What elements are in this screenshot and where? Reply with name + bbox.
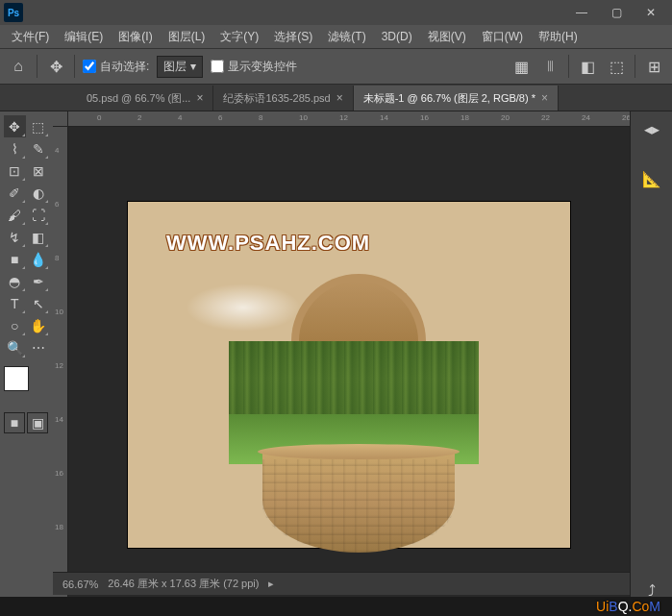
canvas-text-layer[interactable]: WWW.PSAHZ.COM (166, 231, 370, 256)
show-transform-checkbox[interactable]: 显示变换控件 (211, 59, 297, 75)
ruler-mark: 22 (541, 113, 550, 122)
tab-doc-0[interactable]: 05.psd @ 66.7% (图... × (77, 86, 213, 111)
tab-doc-1[interactable]: 纪委标语1635-285.psd × (213, 86, 353, 111)
crop-tool[interactable]: ⊡ (4, 160, 26, 182)
foreground-color-swatch[interactable] (4, 366, 29, 391)
separator (37, 55, 37, 78)
canvas-viewport[interactable]: WWW.PSAHZ.COM (68, 127, 630, 603)
edit-toolbar[interactable]: ⋯ (28, 336, 50, 358)
pen-tool[interactable]: ✒ (28, 270, 50, 292)
menu-help[interactable]: 帮助(H) (531, 27, 585, 47)
color-swatches[interactable] (4, 366, 42, 405)
basket-layer[interactable] (248, 274, 469, 543)
menu-window[interactable]: 窗口(W) (474, 27, 531, 47)
3d-icon[interactable]: ⬚ (606, 56, 627, 77)
status-bar: 66.67% 26.46 厘米 x 17.63 厘米 (72 ppi) ▸ (53, 572, 630, 595)
vertical-ruler[interactable]: 4681012141618 (53, 127, 68, 603)
panel-expand-icon[interactable]: ◂▸ (640, 117, 663, 140)
dodge-tool[interactable]: ◓ (4, 270, 26, 292)
auto-select-target-dropdown[interactable]: 图层 ▾ (157, 56, 203, 78)
ruler-mark: 6 (55, 200, 59, 209)
document-canvas[interactable]: WWW.PSAHZ.COM (128, 202, 570, 548)
menu-layer[interactable]: 图层(L) (161, 27, 213, 47)
standard-mode[interactable]: ■ (4, 412, 25, 433)
arrange-icon[interactable]: ⊞ (643, 56, 664, 77)
app-icon: Ps (4, 3, 23, 22)
horizontal-ruler[interactable]: 02468101214161820222426 (68, 111, 630, 127)
auto-select-input[interactable] (83, 60, 96, 73)
workspace: ✥ ⬚ ⌇ ✎ ⊡ ⊠ ✐ ◐ 🖌 ⛶ ↯ ◧ ■ 💧 ◓ ✒ (0, 111, 672, 603)
shape-tool[interactable]: ○ (4, 314, 26, 336)
3d-mode-icon[interactable]: ◧ (577, 56, 598, 77)
basket-body (262, 452, 455, 553)
eraser-tool[interactable]: ◧ (28, 226, 50, 248)
menu-edit[interactable]: 编辑(E) (57, 27, 111, 47)
ruler-mark: 18 (460, 113, 469, 122)
auto-select-label: 自动选择: (100, 59, 149, 75)
zoom-tool[interactable]: 🔍 (4, 336, 26, 358)
separator (635, 55, 635, 78)
ruler-mark: 6 (218, 113, 222, 122)
healing-tool[interactable]: ◐ (28, 182, 50, 204)
ruler-mark: 2 (137, 113, 141, 122)
home-icon[interactable]: ⌂ (8, 56, 29, 77)
marquee-tool[interactable]: ⬚ (28, 115, 50, 137)
align-icon[interactable]: ▦ (510, 56, 532, 77)
ruler-mark: 12 (339, 113, 348, 122)
separator (74, 55, 75, 78)
options-bar: ⌂ ✥ 自动选择: 图层 ▾ 显示变换控件 ▦ ⫴ ◧ ⬚ ⊞ (0, 48, 672, 85)
frame-tool[interactable]: ⊠ (28, 160, 50, 182)
maximize-button[interactable]: ▢ (599, 0, 634, 25)
minimize-button[interactable]: — (564, 0, 599, 25)
close-button[interactable]: ✕ (634, 0, 668, 25)
menu-3d[interactable]: 3D(D) (374, 28, 420, 45)
canvas-area: 02468101214161820222426 4681012141618 WW… (53, 111, 630, 603)
ruler-mark: 10 (299, 113, 308, 122)
ruler-mark: 18 (55, 523, 63, 531)
stamp-tool[interactable]: ⛶ (28, 204, 50, 226)
tab-doc-2[interactable]: 未标题-1 @ 66.7% (图层 2, RGB/8) * × (354, 86, 559, 111)
ruler-mark: 14 (380, 113, 388, 122)
menu-select[interactable]: 选择(S) (266, 27, 320, 47)
ruler-mark: 10 (55, 308, 63, 316)
quick-mask-mode[interactable]: ▣ (27, 412, 48, 433)
path-select-tool[interactable]: ↖ (28, 292, 50, 314)
distribute-icon[interactable]: ⫴ (539, 56, 560, 77)
ruler-mark: 12 (55, 361, 63, 370)
history-brush-tool[interactable]: ↯ (4, 226, 26, 248)
brush-tool[interactable]: 🖌 (4, 204, 26, 226)
hand-tool[interactable]: ✋ (28, 314, 50, 336)
auto-select-checkbox[interactable]: 自动选择: (83, 59, 149, 75)
ruler-mark: 16 (55, 469, 63, 478)
zoom-level[interactable]: 66.67% (62, 579, 98, 590)
move-tool[interactable]: ✥ (4, 115, 26, 137)
ruler-mark: 8 (55, 254, 59, 262)
close-icon[interactable]: × (196, 91, 203, 105)
ruler-corner (53, 111, 68, 127)
chevron-down-icon: ▾ (190, 60, 196, 73)
eyedropper-tool[interactable]: ✐ (4, 182, 26, 204)
menu-file[interactable]: 文件(F) (4, 27, 57, 47)
document-info[interactable]: 26.46 厘米 x 17.63 厘米 (72 ppi) (108, 577, 259, 591)
close-icon[interactable]: × (336, 91, 343, 105)
footer (0, 597, 672, 616)
show-transform-label: 显示变换控件 (228, 59, 297, 75)
show-transform-input[interactable] (211, 60, 224, 73)
menu-image[interactable]: 图像(I) (111, 27, 160, 47)
chevron-right-icon[interactable]: ▸ (268, 578, 274, 590)
move-tool-icon[interactable]: ✥ (45, 56, 66, 77)
menu-filter[interactable]: 滤镜(T) (320, 27, 373, 47)
close-icon[interactable]: × (541, 91, 548, 105)
lasso-tool[interactable]: ⌇ (4, 137, 26, 160)
gradient-tool[interactable]: ■ (4, 248, 26, 270)
menu-view[interactable]: 视图(V) (420, 27, 474, 47)
mask-mode-toggle: ■ ▣ (4, 412, 49, 433)
ruler-mark: 24 (582, 113, 590, 122)
type-tool[interactable]: T (4, 292, 26, 314)
menu-type[interactable]: 文字(Y) (212, 27, 266, 47)
window-controls: — ▢ ✕ (564, 0, 668, 25)
panel-group-icon[interactable]: 📐 (640, 167, 663, 190)
ruler-mark: 0 (97, 113, 101, 122)
quick-select-tool[interactable]: ✎ (28, 137, 50, 160)
blur-tool[interactable]: 💧 (28, 248, 50, 270)
